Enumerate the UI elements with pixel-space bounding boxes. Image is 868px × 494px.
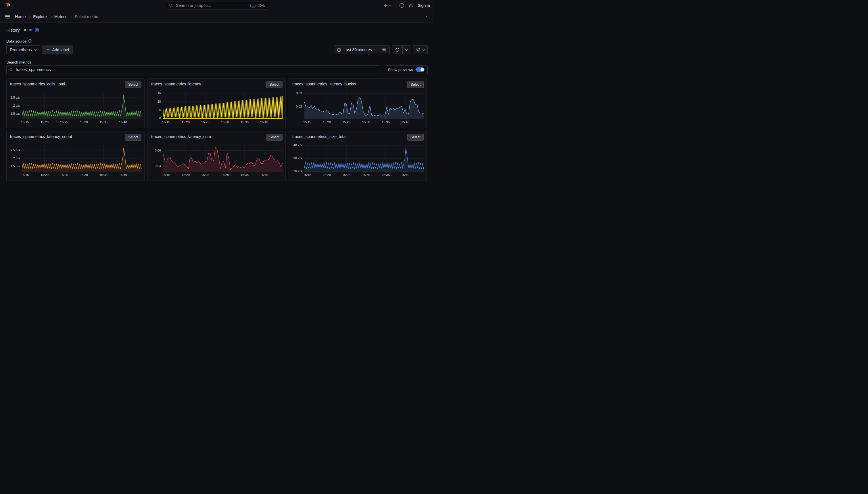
breadcrumb-separator-icon	[50, 16, 52, 18]
history-connector	[26, 30, 29, 30]
x-tick-label: 15:30	[77, 173, 91, 176]
history-step-1[interactable]	[24, 29, 26, 31]
breadcrumb-home[interactable]: Home	[15, 14, 25, 19]
gear-icon	[416, 48, 420, 52]
metric-search-box[interactable]	[6, 65, 379, 74]
grafana-logo[interactable]	[4, 2, 12, 9]
y-tick-label: 4K c/s	[289, 144, 302, 147]
metric-title: traces_spanmetrics_latency_count	[10, 134, 72, 139]
metric-title: traces_spanmetrics_size_total	[292, 134, 346, 139]
x-tick-label: 15:20	[320, 120, 333, 124]
info-icon[interactable]	[28, 39, 32, 43]
new-menu-button[interactable]	[384, 2, 391, 9]
y-tick-label: 1.5 c/s	[6, 165, 20, 168]
metric-grid: traces_spanmetrics_calls_totalSelect15:1…	[6, 78, 428, 181]
show-previews-control[interactable]: Show previews	[385, 65, 428, 74]
chevron-down-icon	[374, 48, 376, 51]
metric-search-input[interactable]	[15, 67, 376, 72]
y-tick-label: 0.03	[289, 92, 302, 95]
x-tick-label: 15:20	[179, 173, 192, 176]
x-tick-label: 15:35	[97, 120, 110, 124]
y-tick-label: 2 c/s	[6, 104, 20, 107]
x-tick-label: 15:25	[199, 173, 212, 176]
chevron-down-icon	[389, 4, 391, 6]
chevron-down-icon	[34, 48, 37, 51]
x-tick-label: 15:35	[238, 173, 251, 176]
x-tick-label: 15:15	[18, 120, 32, 124]
metric-title: traces_spanmetrics_calls_total	[10, 82, 65, 86]
help-button[interactable]: ?	[399, 2, 405, 9]
x-tick-label: 15:15	[18, 173, 32, 176]
datasource-picker[interactable]: Prometheus	[6, 45, 40, 54]
chevron-up-icon	[425, 16, 428, 18]
panel-settings-button[interactable]	[413, 46, 428, 54]
search-metrics-icon	[9, 68, 13, 72]
x-tick-label: 15:40	[258, 120, 271, 124]
news-icon	[409, 3, 414, 8]
x-tick-label: 15:30	[359, 120, 373, 124]
zoom-out-icon	[382, 48, 387, 52]
select-metric-button[interactable]: Select	[125, 134, 141, 140]
show-previews-toggle[interactable]	[416, 67, 425, 72]
x-tick-label: 15:15	[301, 120, 314, 124]
menu-button[interactable]	[4, 14, 11, 20]
x-tick-label: 15:30	[218, 173, 232, 176]
x-tick-label: 15:25	[340, 173, 353, 176]
chevron-down-icon	[422, 48, 425, 51]
x-tick-label: 15:40	[116, 173, 130, 176]
y-tick-label: 3K c/s	[289, 156, 302, 160]
refresh-interval-dropdown[interactable]	[402, 46, 410, 54]
select-metric-button[interactable]: Select	[125, 81, 141, 88]
keyboard-shortcut-hint: ⌘+k	[250, 3, 265, 8]
datasource-label-row: Data source	[6, 39, 428, 43]
x-tick-label: 15:30	[359, 173, 373, 176]
select-metric-button[interactable]: Select	[266, 81, 282, 88]
top-search-input[interactable]	[175, 3, 248, 8]
history-connector	[32, 30, 35, 30]
refresh-button[interactable]	[392, 46, 402, 54]
breadcrumb-explore[interactable]: Explore	[33, 14, 46, 19]
x-tick-label: 15:40	[116, 120, 130, 124]
select-metric-button[interactable]: Select	[407, 134, 423, 140]
search-row: Show previews	[6, 65, 428, 74]
sign-in-button[interactable]: Sign in	[418, 3, 430, 8]
zoom-out-button[interactable]	[379, 46, 390, 54]
time-range-label: Last 30 minutes	[343, 48, 372, 52]
metric-card: traces_spanmetrics_latency_sumSelect15:1…	[147, 131, 286, 181]
metric-card: traces_spanmetrics_latency_bucketSelect1…	[289, 78, 427, 128]
shortcut-label: ⌘+k	[257, 3, 265, 8]
top-navigation-bar: ⌘+k ? Sign in	[0, 0, 434, 11]
x-tick-label: 15:25	[199, 120, 212, 124]
timeseries-plot	[163, 145, 282, 172]
news-button[interactable]	[409, 2, 414, 9]
x-tick-label: 15:25	[340, 120, 353, 124]
time-range-button[interactable]: Last 30 minutes	[334, 46, 379, 54]
add-label-button[interactable]: Add label	[42, 45, 73, 54]
search-icon	[169, 3, 173, 7]
collapse-header-button[interactable]	[424, 14, 428, 20]
x-tick-label: 15:35	[379, 120, 392, 124]
top-search[interactable]: ⌘+k	[166, 1, 268, 10]
y-tick-label: 2.5 c/s	[6, 96, 20, 99]
chevron-down-icon	[405, 48, 408, 51]
history-timeline-icon[interactable]	[24, 28, 39, 32]
select-metric-button[interactable]: Select	[266, 134, 282, 140]
x-tick-label: 15:20	[38, 120, 51, 124]
metric-title: traces_spanmetrics_latency_sum	[151, 134, 211, 139]
add-label-text: Add label	[52, 48, 69, 52]
breadcrumb-separator-icon	[70, 16, 72, 18]
history-step-2[interactable]	[29, 29, 32, 31]
datasource-label: Data source	[6, 39, 26, 43]
clock-icon	[337, 48, 341, 52]
x-tick-label: 15:30	[218, 120, 232, 124]
timeseries-plot	[304, 93, 423, 119]
history-step-current[interactable]	[35, 28, 39, 32]
breadcrumb-metrics[interactable]: Metrics	[54, 14, 67, 19]
history-row: History	[6, 27, 428, 33]
datasource-picker-value: Prometheus	[10, 48, 32, 52]
help-icon: ?	[399, 3, 405, 8]
plus-icon	[46, 48, 50, 52]
controls-row: Prometheus Add label Last 30 minutes	[6, 45, 428, 54]
select-metric-button[interactable]: Select	[407, 81, 423, 88]
y-tick-label: 2K c/s	[289, 169, 302, 173]
